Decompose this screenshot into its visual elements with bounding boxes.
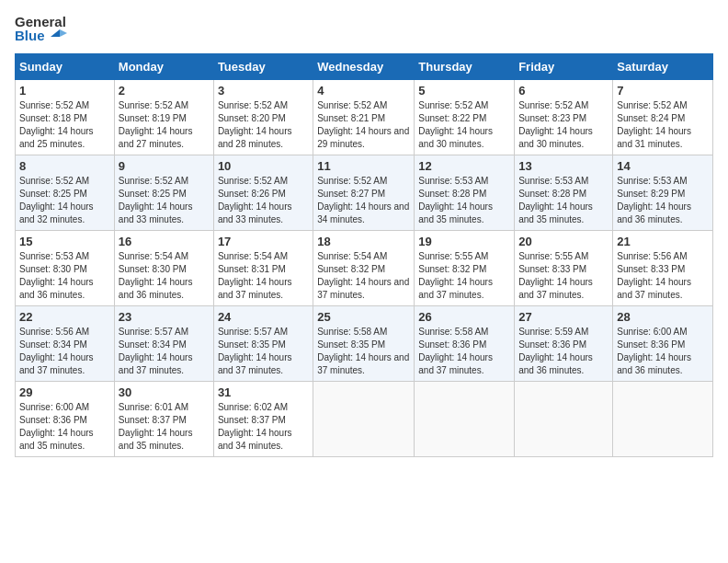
day-detail: Sunrise: 5:56 AMSunset: 8:34 PMDaylight:… xyxy=(19,327,94,375)
calendar-cell: 8 Sunrise: 5:52 AMSunset: 8:25 PMDayligh… xyxy=(16,155,115,230)
day-detail: Sunrise: 5:55 AMSunset: 8:32 PMDaylight:… xyxy=(418,251,493,300)
calendar-cell: 4 Sunrise: 5:52 AMSunset: 8:21 PMDayligh… xyxy=(313,79,415,155)
day-number: 2 xyxy=(119,84,210,98)
calendar-table: SundayMondayTuesdayWednesdayThursdayFrid… xyxy=(15,53,713,457)
day-detail: Sunrise: 5:52 AMSunset: 8:25 PMDaylight:… xyxy=(19,176,94,224)
day-number: 12 xyxy=(418,159,510,173)
calendar-cell: 24 Sunrise: 5:57 AMSunset: 8:35 PMDaylig… xyxy=(213,305,313,381)
day-detail: Sunrise: 5:52 AMSunset: 8:18 PMDaylight:… xyxy=(19,100,94,149)
calendar-cell: 22 Sunrise: 5:56 AMSunset: 8:34 PMDaylig… xyxy=(16,305,115,381)
calendar-cell: 2 Sunrise: 5:52 AMSunset: 8:19 PMDayligh… xyxy=(114,79,213,155)
day-detail: Sunrise: 5:53 AMSunset: 8:28 PMDaylight:… xyxy=(518,176,593,224)
day-number: 17 xyxy=(218,235,309,248)
calendar-cell: 7 Sunrise: 5:52 AMSunset: 8:24 PMDayligh… xyxy=(613,79,713,155)
day-header-sunday: Sunday xyxy=(16,53,115,79)
day-detail: Sunrise: 5:54 AMSunset: 8:31 PMDaylight:… xyxy=(218,251,292,300)
page-header: General Blue xyxy=(15,15,713,44)
logo-text-block: General Blue xyxy=(15,15,67,44)
day-detail: Sunrise: 5:52 AMSunset: 8:24 PMDaylight:… xyxy=(617,100,691,149)
calendar-cell: 12 Sunrise: 5:53 AMSunset: 8:28 PMDaylig… xyxy=(415,155,515,230)
day-number: 30 xyxy=(119,385,210,399)
calendar-cell: 3 Sunrise: 5:52 AMSunset: 8:20 PMDayligh… xyxy=(213,79,313,155)
calendar-cell xyxy=(313,381,415,456)
day-number: 1 xyxy=(19,84,110,98)
calendar-cell: 26 Sunrise: 5:58 AMSunset: 8:36 PMDaylig… xyxy=(415,305,515,381)
calendar-cell: 21 Sunrise: 5:56 AMSunset: 8:33 PMDaylig… xyxy=(613,230,713,305)
calendar-cell: 17 Sunrise: 5:54 AMSunset: 8:31 PMDaylig… xyxy=(213,230,313,305)
day-detail: Sunrise: 5:58 AMSunset: 8:36 PMDaylight:… xyxy=(418,327,493,375)
day-number: 8 xyxy=(19,159,110,173)
day-number: 16 xyxy=(119,235,210,248)
day-number: 25 xyxy=(317,310,410,324)
day-detail: Sunrise: 6:01 AMSunset: 8:37 PMDaylight:… xyxy=(119,402,193,451)
calendar-cell: 6 Sunrise: 5:52 AMSunset: 8:23 PMDayligh… xyxy=(515,79,613,155)
day-number: 10 xyxy=(218,159,309,173)
day-number: 22 xyxy=(19,310,110,324)
day-detail: Sunrise: 5:55 AMSunset: 8:33 PMDaylight:… xyxy=(518,251,593,300)
day-header-thursday: Thursday xyxy=(415,53,515,79)
day-detail: Sunrise: 5:52 AMSunset: 8:19 PMDaylight:… xyxy=(119,100,193,149)
calendar-cell xyxy=(415,381,515,456)
day-number: 14 xyxy=(617,159,709,173)
day-number: 9 xyxy=(119,159,210,173)
day-number: 11 xyxy=(317,159,410,173)
logo: General Blue xyxy=(15,15,67,44)
logo-blue: Blue xyxy=(15,29,67,44)
day-detail: Sunrise: 6:02 AMSunset: 8:37 PMDaylight:… xyxy=(218,402,292,451)
calendar-cell: 29 Sunrise: 6:00 AMSunset: 8:36 PMDaylig… xyxy=(16,381,115,456)
day-number: 28 xyxy=(617,310,709,324)
calendar-cell: 30 Sunrise: 6:01 AMSunset: 8:37 PMDaylig… xyxy=(114,381,213,456)
day-detail: Sunrise: 5:52 AMSunset: 8:27 PMDaylight:… xyxy=(317,176,409,224)
calendar-cell: 1 Sunrise: 5:52 AMSunset: 8:18 PMDayligh… xyxy=(16,79,115,155)
day-header-tuesday: Tuesday xyxy=(213,53,313,79)
calendar-cell: 14 Sunrise: 5:53 AMSunset: 8:29 PMDaylig… xyxy=(613,155,713,230)
day-detail: Sunrise: 5:54 AMSunset: 8:30 PMDaylight:… xyxy=(119,251,193,300)
day-number: 18 xyxy=(317,235,410,248)
day-number: 3 xyxy=(218,84,309,98)
calendar-week-5: 29 Sunrise: 6:00 AMSunset: 8:36 PMDaylig… xyxy=(16,381,713,456)
calendar-cell xyxy=(515,381,613,456)
day-header-saturday: Saturday xyxy=(613,53,713,79)
day-detail: Sunrise: 5:56 AMSunset: 8:33 PMDaylight:… xyxy=(617,251,691,300)
calendar-week-3: 15 Sunrise: 5:53 AMSunset: 8:30 PMDaylig… xyxy=(16,230,713,305)
day-detail: Sunrise: 5:57 AMSunset: 8:34 PMDaylight:… xyxy=(119,327,193,375)
day-header-wednesday: Wednesday xyxy=(313,53,415,79)
calendar-cell: 15 Sunrise: 5:53 AMSunset: 8:30 PMDaylig… xyxy=(16,230,115,305)
day-detail: Sunrise: 6:00 AMSunset: 8:36 PMDaylight:… xyxy=(19,402,94,451)
day-number: 26 xyxy=(418,310,510,324)
calendar-week-4: 22 Sunrise: 5:56 AMSunset: 8:34 PMDaylig… xyxy=(16,305,713,381)
day-number: 7 xyxy=(617,84,709,98)
day-number: 19 xyxy=(418,235,510,248)
svg-marker-0 xyxy=(51,29,60,37)
calendar-cell: 13 Sunrise: 5:53 AMSunset: 8:28 PMDaylig… xyxy=(515,155,613,230)
day-number: 6 xyxy=(518,84,609,98)
day-number: 31 xyxy=(218,385,309,399)
day-header-friday: Friday xyxy=(515,53,613,79)
day-detail: Sunrise: 5:58 AMSunset: 8:35 PMDaylight:… xyxy=(317,327,409,375)
day-number: 4 xyxy=(317,84,410,98)
calendar-cell: 20 Sunrise: 5:55 AMSunset: 8:33 PMDaylig… xyxy=(515,230,613,305)
calendar-cell: 11 Sunrise: 5:52 AMSunset: 8:27 PMDaylig… xyxy=(313,155,415,230)
day-detail: Sunrise: 6:00 AMSunset: 8:36 PMDaylight:… xyxy=(617,327,691,375)
calendar-cell: 19 Sunrise: 5:55 AMSunset: 8:32 PMDaylig… xyxy=(415,230,515,305)
calendar-cell: 25 Sunrise: 5:58 AMSunset: 8:35 PMDaylig… xyxy=(313,305,415,381)
day-number: 27 xyxy=(518,310,609,324)
logo-bird-icon xyxy=(51,29,67,44)
svg-marker-1 xyxy=(60,29,67,37)
day-detail: Sunrise: 5:52 AMSunset: 8:25 PMDaylight:… xyxy=(119,176,193,224)
day-detail: Sunrise: 5:52 AMSunset: 8:23 PMDaylight:… xyxy=(518,100,593,149)
day-detail: Sunrise: 5:53 AMSunset: 8:29 PMDaylight:… xyxy=(617,176,691,224)
calendar-cell: 16 Sunrise: 5:54 AMSunset: 8:30 PMDaylig… xyxy=(114,230,213,305)
calendar-cell: 31 Sunrise: 6:02 AMSunset: 8:37 PMDaylig… xyxy=(213,381,313,456)
day-number: 5 xyxy=(418,84,510,98)
day-detail: Sunrise: 5:52 AMSunset: 8:20 PMDaylight:… xyxy=(218,100,292,149)
day-detail: Sunrise: 5:57 AMSunset: 8:35 PMDaylight:… xyxy=(218,327,292,375)
day-detail: Sunrise: 5:52 AMSunset: 8:21 PMDaylight:… xyxy=(317,100,409,149)
day-detail: Sunrise: 5:59 AMSunset: 8:36 PMDaylight:… xyxy=(518,327,593,375)
day-number: 23 xyxy=(119,310,210,324)
day-detail: Sunrise: 5:53 AMSunset: 8:30 PMDaylight:… xyxy=(19,251,94,300)
day-detail: Sunrise: 5:53 AMSunset: 8:28 PMDaylight:… xyxy=(418,176,493,224)
day-number: 13 xyxy=(518,159,609,173)
calendar-cell: 5 Sunrise: 5:52 AMSunset: 8:22 PMDayligh… xyxy=(415,79,515,155)
day-detail: Sunrise: 5:52 AMSunset: 8:26 PMDaylight:… xyxy=(218,176,292,224)
